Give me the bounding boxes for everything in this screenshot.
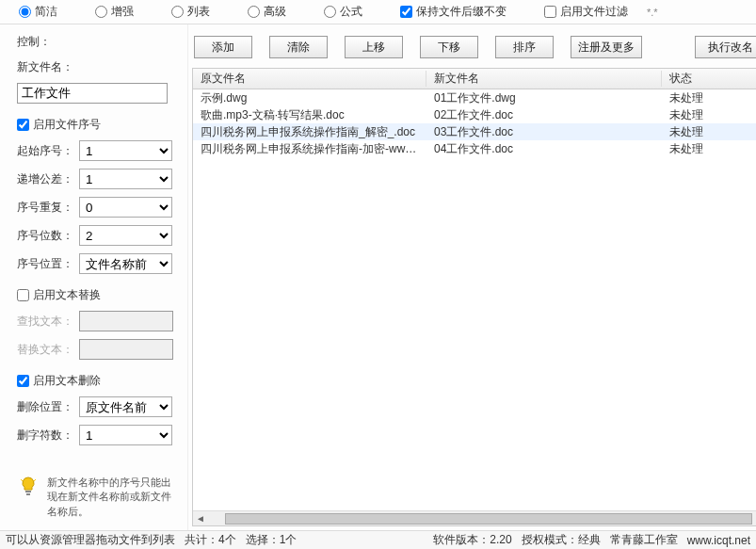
left-panel: 控制： 新文件名： 启用文件序号 起始序号：1 递增公差：1 序号重复：0 序号… xyxy=(0,24,188,530)
mode-simple-radio[interactable]: 简洁 xyxy=(19,4,57,20)
cell-orig: 示例.dwg xyxy=(193,90,426,106)
scroll-right-arrow[interactable]: ► xyxy=(752,512,756,525)
pos-label: 序号位置： xyxy=(17,256,73,272)
svg-line-2 xyxy=(21,479,23,481)
cell-status: 未处理 xyxy=(662,141,756,157)
enable-delete-checkbox[interactable]: 启用文本删除 xyxy=(17,373,172,389)
table-row[interactable]: 歌曲.mp3-文稿·转写结果.doc02工作文件.doc未处理 xyxy=(193,106,756,123)
step-combo[interactable]: 1 xyxy=(79,169,172,189)
col-orig-header[interactable]: 原文件名 xyxy=(193,71,426,87)
license-text: 授权模式：经典 xyxy=(522,532,601,548)
table-body[interactable]: 示例.dwg01工作文件.dwg未处理歌曲.mp3-文稿·转写结果.doc02工… xyxy=(193,89,756,510)
file-table: 原文件名 新文件名 状态 示例.dwg01工作文件.dwg未处理歌曲.mp3-文… xyxy=(192,68,756,526)
start-seq-combo[interactable]: 1 xyxy=(79,140,172,161)
scroll-thumb[interactable] xyxy=(225,513,752,525)
drag-hint-text: 可以从资源管理器拖动文件到列表 xyxy=(6,532,175,548)
clear-button[interactable]: 清除 xyxy=(269,36,328,58)
exec-button[interactable]: 执行改名 xyxy=(695,36,756,58)
svg-rect-1 xyxy=(26,493,30,495)
mode-advanced-radio[interactable]: 高级 xyxy=(248,4,286,20)
replace-input xyxy=(79,339,173,360)
down-button[interactable]: 下移 xyxy=(420,36,478,58)
cell-orig: 四川税务网上申报系统操作指南-加密-www... xyxy=(193,141,426,157)
cell-orig: 歌曲.mp3-文稿·转写结果.doc xyxy=(193,107,426,123)
find-input xyxy=(79,311,173,331)
version-text: 软件版本：2.20 xyxy=(433,532,511,548)
keep-ext-checkbox[interactable]: 保持文件后缀不变 xyxy=(400,4,507,20)
svg-rect-0 xyxy=(25,491,31,492)
cell-new: 04工作文件.doc xyxy=(426,141,662,157)
replace-label: 替换文本： xyxy=(17,342,73,358)
bulb-icon xyxy=(17,476,40,498)
cell-status: 未处理 xyxy=(662,124,756,140)
enable-filter-checkbox[interactable]: 启用文件过滤 xyxy=(544,4,628,20)
status-bar: 可以从资源管理器拖动文件到列表 共计：4个 选择：1个 软件版本：2.20 授权… xyxy=(0,530,756,549)
hint-text: 新文件名称中的序号只能出现在新文件名称前或新文件名称后。 xyxy=(47,476,172,519)
h-scrollbar[interactable]: ◄ ► xyxy=(193,510,756,525)
digits-label: 序号位数： xyxy=(17,228,73,244)
col-status-header[interactable]: 状态 xyxy=(662,71,756,87)
find-label: 查找文本： xyxy=(17,314,73,330)
digits-combo[interactable]: 2 xyxy=(79,225,172,246)
right-panel: 添加 清除 上移 下移 排序 注册及更多 执行改名 原文件名 新文件名 状态 示… xyxy=(188,24,756,530)
mode-enhanced-radio[interactable]: 增强 xyxy=(95,4,134,20)
cell-new: 03工作文件.doc xyxy=(426,124,662,140)
studio-text: 常青藤工作室 xyxy=(610,532,678,548)
col-new-header[interactable]: 新文件名 xyxy=(426,71,662,87)
cell-new: 02工作文件.doc xyxy=(426,107,662,123)
mode-radio-group: 简洁 增强 列表 高级 公式 xyxy=(19,4,362,20)
select-count-text: 选择：1个 xyxy=(246,532,298,548)
up-button[interactable]: 上移 xyxy=(345,36,403,58)
table-row[interactable]: 四川税务网上申报系统操作指南-加密-www...04工作文件.doc未处理 xyxy=(193,140,756,157)
add-button[interactable]: 添加 xyxy=(194,36,252,58)
scroll-left-arrow[interactable]: ◄ xyxy=(193,512,208,525)
svg-line-3 xyxy=(34,479,36,481)
cell-status: 未处理 xyxy=(662,90,756,106)
mode-tabs-bar: 简洁 增强 列表 高级 公式 保持文件后缀不变 启用文件过滤 *.* xyxy=(0,0,756,24)
filter-pattern-text: *.* xyxy=(647,7,658,18)
sort-button[interactable]: 排序 xyxy=(495,36,554,58)
more-button[interactable]: 注册及更多 xyxy=(571,36,642,58)
cell-orig: 四川税务网上申报系统操作指南_解密_.doc xyxy=(193,124,426,140)
table-row[interactable]: 四川税务网上申报系统操作指南_解密_.doc03工作文件.doc未处理 xyxy=(193,123,756,140)
repeat-label: 序号重复： xyxy=(17,200,73,216)
total-count-text: 共计：4个 xyxy=(185,532,236,548)
cell-status: 未处理 xyxy=(662,107,756,123)
table-header: 原文件名 新文件名 状态 xyxy=(193,69,756,89)
del-chars-label: 删字符数： xyxy=(17,428,73,444)
new-name-label: 新文件名： xyxy=(17,59,172,75)
table-row[interactable]: 示例.dwg01工作文件.dwg未处理 xyxy=(193,89,756,106)
hint-box: 新文件名称中的序号只能出现在新文件名称前或新文件名称后。 xyxy=(17,472,172,523)
start-seq-label: 起始序号： xyxy=(17,143,73,159)
url-text: www.icqt.net xyxy=(687,534,750,547)
toolbar: 添加 清除 上移 下移 排序 注册及更多 执行改名 xyxy=(192,32,756,68)
del-pos-combo[interactable]: 原文件名前 xyxy=(79,396,172,417)
cell-new: 01工作文件.dwg xyxy=(426,90,662,106)
pos-combo[interactable]: 文件名称前 xyxy=(79,253,172,274)
mode-formula-radio[interactable]: 公式 xyxy=(324,4,362,20)
step-label: 递增公差： xyxy=(17,171,73,187)
control-label: 控制： xyxy=(17,34,172,50)
del-chars-combo[interactable]: 1 xyxy=(79,425,172,445)
del-pos-label: 删除位置： xyxy=(17,399,73,415)
mode-list-radio[interactable]: 列表 xyxy=(171,4,210,20)
enable-replace-checkbox[interactable]: 启用文本替换 xyxy=(17,287,172,303)
new-name-input[interactable] xyxy=(17,83,168,104)
repeat-combo[interactable]: 0 xyxy=(79,197,172,218)
enable-seq-checkbox[interactable]: 启用文件序号 xyxy=(17,117,172,133)
